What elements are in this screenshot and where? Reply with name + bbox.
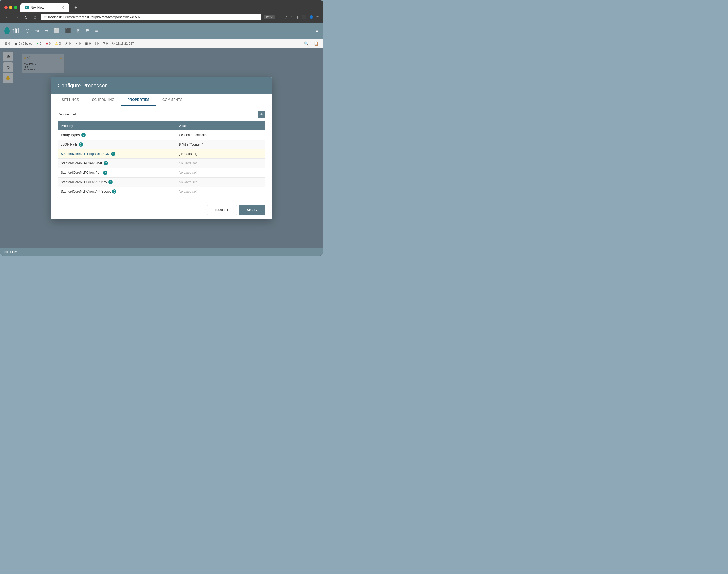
stanford-host-help-icon[interactable]: ? [104, 161, 108, 165]
label-icon[interactable]: ⚑ [85, 28, 90, 34]
tab-comments[interactable]: COMMENTS [156, 94, 189, 106]
stanford-apisecret-label: StanfordCoreNLPClient API Secret [61, 190, 111, 193]
entity-types-value[interactable]: location,organization [175, 130, 244, 140]
queue-icon: ⊞ [4, 41, 7, 45]
property-name-cell: StanfordCoreNLPClient Port ? [57, 168, 175, 177]
nifi-canvas: ⊕ ↺ ✋ ⚠ 🛡 ⚠ In Read/Write Out Tasks/Time [0, 48, 323, 248]
property-name-cell: JSON Path ? [57, 140, 175, 149]
actions-column-header [244, 121, 265, 130]
json-path-label: JSON Path [61, 142, 77, 146]
status-stopped: ■ 0 [46, 41, 50, 45]
browser-tab[interactable]: N NiFi Flow ✕ [21, 3, 69, 12]
required-field-row: Required field + [57, 111, 265, 118]
back-button[interactable]: ← [4, 14, 11, 20]
table-row: JSON Path ? $.["title","content"] [57, 140, 265, 149]
nifi-toolbar-icons: ⬡ ⇥ ↦ ⬜ ⬛ ⧖ ⚑ ≡ [25, 28, 315, 34]
browser-right-actions: ⬇ ⬛ 👤 ≡ [296, 15, 319, 19]
stanford-props-value[interactable]: {"threads": 1} [175, 149, 244, 159]
json-path-value[interactable]: $.["title","content"] [175, 140, 244, 149]
value-column-header: Value [175, 121, 244, 130]
stanford-apikey-value[interactable]: No value set [175, 177, 244, 187]
new-tab-button[interactable]: + [74, 5, 77, 10]
tab-favicon: N [25, 6, 29, 9]
nifi-logo: nifi [4, 27, 19, 34]
status-errors: ✗ 0 [65, 41, 71, 45]
url-text: localhost:8080/nifi/?processGroupId=root… [48, 15, 258, 19]
tab-close-button[interactable]: ✕ [62, 5, 65, 10]
warning-icon: ⚠ [55, 41, 58, 45]
minimize-window-button[interactable] [9, 6, 12, 9]
bookmark-icon[interactable]: ☆ [290, 15, 293, 19]
remote-process-group-icon[interactable]: ⬛ [65, 28, 71, 34]
home-button[interactable]: ⌂ [32, 14, 38, 20]
process-group-icon[interactable]: ⬜ [54, 28, 60, 34]
account-icon[interactable]: 👤 [309, 15, 314, 19]
status-invalid: ! 0 [95, 41, 99, 45]
zoom-level: 120% [264, 15, 275, 19]
traffic-lights [4, 6, 17, 9]
cancel-button[interactable]: CANCEL [207, 205, 237, 215]
entity-types-actions [244, 130, 265, 140]
dialog-header: Configure Processor [51, 77, 272, 94]
forward-button[interactable]: → [13, 14, 20, 20]
nifi-appbar: nifi ⬡ ⇥ ↦ ⬜ ⬛ ⧖ ⚑ ≡ ≡ [0, 23, 323, 39]
refresh-icon[interactable]: ↻ [112, 41, 115, 45]
status-queued-size: ☰ 0 / 0 bytes [14, 41, 32, 45]
status-bar: ⊞ 0 ☰ 0 / 0 bytes ● 0 ■ 0 ⚠ 3 ✗ 0 [0, 39, 323, 48]
apply-button[interactable]: APPLY [239, 205, 265, 215]
status-running: ● 0 [37, 41, 41, 45]
stanford-apikey-help-icon[interactable]: ? [109, 180, 113, 184]
dialog-content: Required field + Property Value [51, 106, 272, 201]
status-disabled: ◼ 0 [85, 41, 91, 45]
search-icon[interactable]: 🔍 [304, 41, 309, 46]
status-warnings: ⚠ 3 [55, 41, 61, 45]
nifi-bottombar: NiFi Flow [0, 248, 323, 255]
status-versioned: ? 0 [103, 41, 108, 45]
versioned-icon: ? [103, 41, 105, 45]
add-property-button[interactable]: + [258, 111, 265, 118]
stanford-apikey-label: StanfordCoreNLPClient API Key [61, 180, 107, 184]
stanford-apisecret-help-icon[interactable]: ? [112, 189, 117, 194]
stanford-port-actions [244, 168, 265, 177]
tab-properties[interactable]: PROPERTIES [121, 94, 156, 106]
template-icon[interactable]: ≡ [95, 28, 98, 34]
dialog-tabs: SETTINGS SCHEDULING PROPERTIES COMMENTS [51, 94, 272, 106]
table-row: StanfordCoreNLPClient API Secret ? No va… [57, 187, 265, 196]
property-name-cell: Entity Types ? [57, 130, 175, 140]
maximize-window-button[interactable] [14, 6, 17, 9]
table-row: StanfordCoreNLP Props as JSON ? {"thread… [57, 149, 265, 159]
tab-scheduling[interactable]: SCHEDULING [86, 94, 121, 106]
close-window-button[interactable] [4, 6, 7, 9]
clipboard-icon[interactable]: 📋 [314, 41, 319, 46]
stanford-props-actions [244, 149, 265, 159]
entity-types-help-icon[interactable]: ? [81, 133, 86, 137]
address-bar[interactable]: 🛡 localhost:8080/nifi/?processGroupId=ro… [41, 14, 261, 20]
shield-icon[interactable]: 🛡 [283, 15, 287, 19]
funnel-icon[interactable]: ⧖ [76, 28, 80, 34]
menu-icon[interactable]: ≡ [316, 15, 319, 19]
download-icon[interactable]: ⬇ [296, 15, 299, 19]
table-row: StanfordCoreNLPClient API Key ? No value… [57, 177, 265, 187]
extensions-icon[interactable]: ⬛ [302, 15, 307, 19]
table-row: Entity Types ? location,organization [57, 130, 265, 140]
more-tools-icon[interactable]: ··· [277, 15, 281, 19]
output-port-icon[interactable]: ↦ [44, 28, 48, 34]
processor-icon[interactable]: ⬡ [25, 28, 30, 34]
browser-titlebar: N NiFi Flow ✕ + [0, 0, 323, 12]
nifi-flow-label: NiFi Flow [4, 250, 17, 253]
stanford-apisecret-value[interactable]: No value set [175, 187, 244, 196]
tab-settings[interactable]: SETTINGS [55, 94, 86, 106]
hamburger-menu[interactable]: ≡ [315, 28, 319, 34]
stanford-host-actions [244, 159, 265, 168]
disabled-icon: ◼ [85, 41, 88, 45]
stanford-props-help-icon[interactable]: ? [111, 152, 115, 156]
input-port-icon[interactable]: ⇥ [35, 28, 39, 34]
browser-window: N NiFi Flow ✕ + ← → ↻ ⌂ 🛡 localhost:8080… [0, 0, 323, 255]
json-path-help-icon[interactable]: ? [79, 142, 83, 147]
stanford-port-help-icon[interactable]: ? [103, 170, 107, 175]
reload-button[interactable]: ↻ [23, 14, 29, 20]
stanford-host-value[interactable]: No value set [175, 159, 244, 168]
stanford-port-value[interactable]: No value set [175, 168, 244, 177]
status-timestamp: ↻ 15:15:21 EST [112, 41, 134, 45]
table-row: StanfordCoreNLPClient Host ? No value se… [57, 159, 265, 168]
